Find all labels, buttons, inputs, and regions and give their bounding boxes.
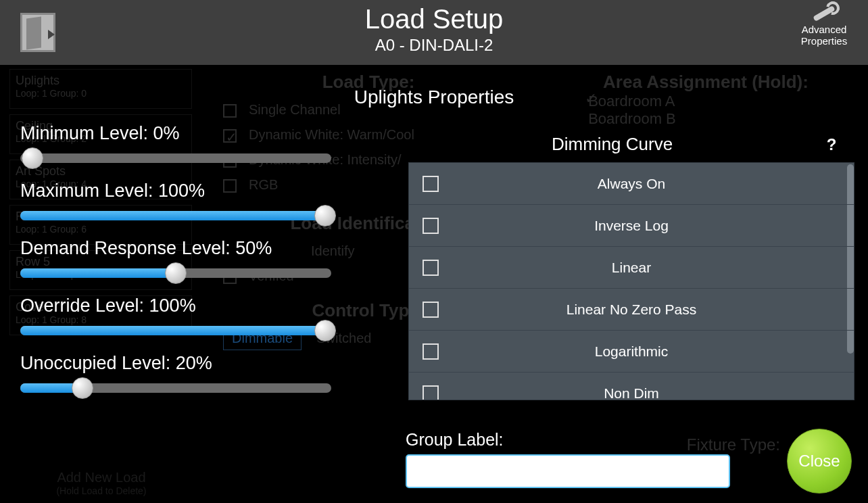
curve-option-non-dim[interactable]: Non Dim xyxy=(409,373,854,400)
close-button[interactable]: Close xyxy=(787,429,852,494)
minimum-level-block: Minimum Level: 0% xyxy=(20,123,352,163)
override-level-slider[interactable] xyxy=(20,326,331,335)
wrench-icon xyxy=(810,4,838,23)
demand-response-block: Demand Response Level: 50% xyxy=(20,238,352,278)
curve-option-label: Always On xyxy=(409,176,854,192)
minimum-level-slider[interactable] xyxy=(20,153,331,163)
curve-option-label: Logarithmic xyxy=(409,343,854,360)
page-title: Load Setup xyxy=(365,4,504,34)
advanced-label-2: Properties xyxy=(794,36,854,47)
curve-option-inverse-log[interactable]: Inverse Log xyxy=(409,205,854,247)
properties-panel: Uplights Properties Minimum Level: 0% Ma… xyxy=(0,65,868,503)
maximum-level-label: Maximum Level: 100% xyxy=(20,181,352,201)
minimum-level-label: Minimum Level: 0% xyxy=(20,123,352,144)
curve-option-linear-no-zero-pass[interactable]: Linear No Zero Pass xyxy=(409,289,854,331)
override-level-block: Override Level: 100% xyxy=(20,295,352,335)
curve-option-label: Linear xyxy=(409,260,854,276)
group-label-input[interactable] xyxy=(406,454,730,488)
dimming-curve-header: Dimming Curve ? xyxy=(549,134,840,155)
panel-title: Uplights Properties xyxy=(354,87,514,108)
curve-option-logarithmic[interactable]: Logarithmic xyxy=(409,331,854,373)
override-level-label: Override Level: 100% xyxy=(20,295,352,316)
advanced-label-1: Advanced xyxy=(794,24,854,36)
dimming-curve-title: Dimming Curve xyxy=(549,134,673,155)
unoccupied-level-block: Unoccupied Level: 20% xyxy=(20,353,352,393)
unoccupied-level-label: Unoccupied Level: 20% xyxy=(20,353,352,374)
curve-option-label: Linear No Zero Pass xyxy=(409,302,854,318)
sliders-column: Minimum Level: 0% Maximum Level: 100% De… xyxy=(20,123,352,410)
unoccupied-level-slider[interactable] xyxy=(20,383,331,393)
demand-response-label: Demand Response Level: 50% xyxy=(20,238,352,259)
curve-option-label: Inverse Log xyxy=(409,218,854,234)
maximum-level-block: Maximum Level: 100% xyxy=(20,181,352,220)
demand-response-slider[interactable] xyxy=(20,268,331,278)
page-subtitle: A0 - DIN-DALI-2 xyxy=(365,36,504,55)
help-icon[interactable]: ? xyxy=(823,135,840,154)
header-titles: Load Setup A0 - DIN-DALI-2 xyxy=(365,4,504,55)
maximum-level-slider[interactable] xyxy=(20,211,331,220)
curve-option-linear[interactable]: Linear xyxy=(409,247,854,289)
group-label-caption: Group Label: xyxy=(406,430,504,450)
header-bar: Load Setup A0 - DIN-DALI-2 Advanced Prop… xyxy=(0,0,868,65)
curve-option-label: Non Dim xyxy=(409,385,854,400)
curve-option-always-on[interactable]: Always On xyxy=(409,163,854,205)
exit-icon[interactable] xyxy=(20,13,55,52)
dimming-curve-list[interactable]: Always On Inverse Log Linear Linear No Z… xyxy=(408,162,854,400)
advanced-properties-button[interactable]: Advanced Properties xyxy=(794,4,854,47)
